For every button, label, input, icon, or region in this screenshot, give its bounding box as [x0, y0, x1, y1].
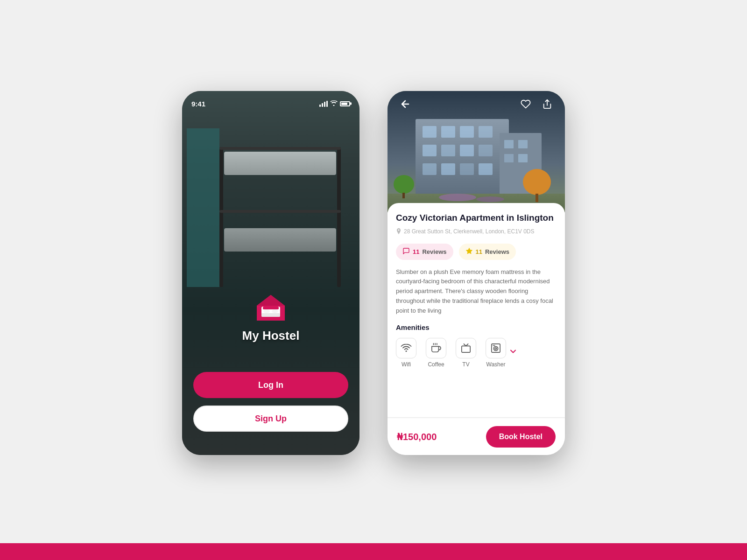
svg-rect-26	[536, 194, 538, 202]
book-hostel-button[interactable]: Book Hostel	[486, 426, 556, 448]
svg-rect-20	[504, 140, 514, 148]
property-address: 28 Great Sutton St, Clerkenwell, London,…	[396, 228, 557, 236]
svg-rect-8	[441, 126, 455, 138]
tv-icon	[456, 338, 476, 358]
phone-login: 9:41	[182, 91, 359, 455]
svg-rect-1	[263, 307, 279, 309]
svg-point-3	[272, 309, 278, 313]
amenities-section: Amenities	[396, 323, 557, 368]
reviews-row: 11 Reviews 11 Reviews	[396, 244, 557, 260]
favorite-button[interactable]	[517, 96, 534, 112]
svg-rect-36	[462, 346, 470, 352]
svg-rect-12	[441, 145, 455, 156]
amenity-wifi: Wifi	[396, 338, 416, 368]
status-bar: 9:41	[182, 91, 359, 112]
svg-point-39	[495, 348, 497, 350]
pink-review-label: Reviews	[422, 248, 446, 255]
amenities-grid: Wifi	[396, 338, 506, 368]
svg-point-38	[493, 346, 498, 350]
svg-point-25	[523, 169, 551, 195]
review-badge-yellow[interactable]: 11 Reviews	[459, 244, 516, 260]
signup-button[interactable]: Sign Up	[193, 406, 348, 432]
svg-rect-9	[460, 126, 474, 138]
svg-rect-23	[518, 154, 528, 162]
signal-bars	[319, 101, 328, 107]
svg-rect-13	[460, 145, 474, 156]
yellow-review-count: 11	[476, 248, 482, 255]
bottom-accent-bar	[0, 543, 747, 560]
amenity-coffee: Coffee	[426, 338, 446, 368]
svg-rect-17	[460, 163, 474, 175]
signal-bar-4	[326, 101, 328, 107]
washer-icon	[486, 338, 506, 358]
amenities-title: Amenities	[396, 323, 557, 331]
detail-content-card: Cozy Victorian Apartment in Islington 28…	[388, 203, 565, 418]
footer-divider	[388, 417, 565, 418]
svg-rect-37	[492, 344, 500, 352]
app-logo	[254, 293, 287, 323]
svg-rect-14	[479, 145, 493, 156]
signal-bar-1	[319, 105, 321, 107]
svg-rect-11	[423, 145, 437, 156]
svg-rect-7	[423, 126, 437, 138]
tv-label: TV	[462, 361, 469, 368]
property-title: Cozy Victorian Apartment in Islington	[396, 212, 557, 224]
svg-point-30	[476, 196, 504, 202]
wifi-status-icon	[330, 100, 338, 107]
svg-marker-32	[466, 248, 472, 254]
svg-rect-18	[479, 163, 493, 175]
price-display: ₦150,000	[397, 431, 437, 442]
wifi-label: Wifi	[402, 361, 411, 368]
detail-footer: ₦150,000 Book Hostel	[388, 418, 565, 455]
review-chat-icon	[402, 247, 410, 256]
wifi-icon	[396, 338, 416, 358]
svg-point-27	[394, 175, 414, 194]
amenities-expand-button[interactable]	[508, 347, 518, 358]
svg-point-2	[263, 309, 270, 313]
property-description: Slumber on a plush Eve memory foam mattr…	[396, 267, 557, 316]
review-star-icon	[465, 247, 473, 256]
bunk-bed-visual	[219, 147, 341, 287]
detail-nav	[388, 91, 565, 117]
status-time: 9:41	[191, 100, 205, 108]
location-pin-icon	[396, 228, 402, 236]
svg-rect-4	[261, 313, 280, 317]
battery-icon	[340, 101, 350, 106]
back-button[interactable]	[397, 96, 414, 112]
login-buttons: Log In Sign Up	[182, 372, 359, 432]
window-teal-accent	[187, 128, 219, 287]
hero-image	[388, 91, 565, 212]
review-badge-pink[interactable]: 11 Reviews	[396, 244, 453, 260]
svg-rect-22	[504, 154, 514, 162]
login-logo-area: My Hostel	[182, 293, 359, 343]
status-icons	[319, 100, 350, 107]
signal-bar-3	[324, 102, 325, 107]
nav-right-icons	[517, 96, 556, 112]
pink-review-count: 11	[413, 248, 419, 255]
share-button[interactable]	[539, 96, 556, 112]
washer-label: Washer	[486, 361, 506, 368]
coffee-label: Coffee	[428, 361, 444, 368]
login-button[interactable]: Log In	[193, 372, 348, 398]
address-text: 28 Great Sutton St, Clerkenwell, London,…	[404, 228, 535, 236]
yellow-review-label: Reviews	[485, 248, 509, 255]
screens-container: 9:41	[182, 91, 565, 455]
coffee-icon	[426, 338, 446, 358]
svg-rect-21	[518, 140, 528, 148]
amenity-tv: TV	[456, 338, 476, 368]
svg-point-29	[439, 194, 476, 201]
svg-rect-16	[441, 163, 455, 175]
app-title: My Hostel	[242, 329, 300, 343]
phone-detail: Cozy Victorian Apartment in Islington 28…	[388, 91, 565, 455]
svg-rect-10	[479, 126, 493, 138]
amenities-row: Wifi	[396, 338, 557, 368]
signal-bar-2	[322, 103, 323, 107]
svg-rect-28	[402, 193, 405, 198]
svg-rect-15	[423, 163, 437, 175]
amenity-washer: Washer	[486, 338, 506, 368]
